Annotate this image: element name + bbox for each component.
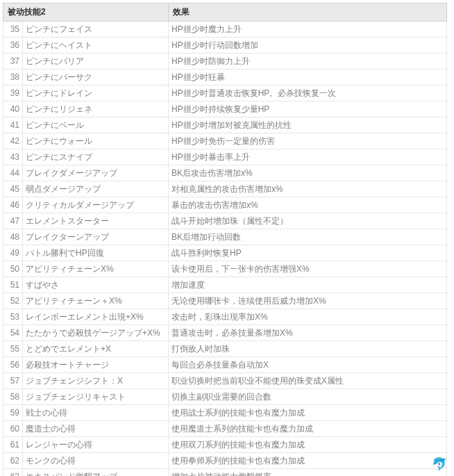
skill-effect: HP很少时持续恢复少量HP (169, 101, 447, 117)
skill-name: エレメントスターター (23, 213, 169, 229)
skill-effect: 打倒敌人时加珠 (169, 341, 447, 357)
table-row: 48ブレイクターンアップBK后增加行动回数 (3, 229, 447, 245)
skill-effect: 战斗开始时增加珠（属性不定） (169, 213, 447, 229)
skill-name: とどめでエレメント+X (23, 341, 169, 357)
row-number: 50 (3, 261, 23, 277)
table-row: 63エキスパンド覚醒アップ增加卡片被动能力觉醒概率 (3, 469, 447, 477)
row-number: 45 (3, 181, 23, 197)
table-row: 50アビリティチェーンX%该卡使用后，下一张卡的伤害增强X% (3, 261, 447, 277)
skill-name: たたかうで必殺技ゲージアップ+X% (23, 325, 169, 341)
table-header-row: 被动技能2 效果 (3, 3, 447, 22)
skill-effect: HP很少时行动回数增加 (169, 38, 447, 54)
table-row: 35ピンチにフェイスHP很少时魔力上升 (3, 22, 447, 38)
skill-effect: HP很少时魔力上升 (169, 22, 447, 38)
table-row: 58ジョブチェンジリキャスト切换主副职业需要的回合数 (3, 389, 447, 405)
skill-name: ピンチにリジェネ (23, 101, 169, 117)
row-number: 61 (3, 437, 23, 453)
table-row: 53レインボーエレメント出現+X%攻击时，彩珠出现率加X% (3, 309, 447, 325)
row-number: 48 (3, 229, 23, 245)
skill-effect: 该卡使用后，下一张卡的伤害增强X% (169, 261, 447, 277)
table-row: 42ピンチにウォールHP很少时免伤一定量的伤害 (3, 133, 447, 149)
table-row: 43ピンチにスナイプHP很少时暴击率上升 (3, 149, 447, 165)
row-number: 57 (3, 373, 23, 389)
skill-name: モンクの心得 (23, 453, 169, 469)
skill-effect: HP很少时普通攻击恢复HP。必杀技恢复一次 (169, 85, 447, 101)
skill-effect: HP很少时防御力上升 (169, 54, 447, 69)
skill-name: ジョブチェンジリキャスト (23, 389, 169, 405)
skill-name: ピンチにバリア (23, 54, 169, 69)
table-row: 59戦士の心得使用战士系列的技能卡也有魔力加成 (3, 405, 447, 421)
table-row: 39ピンチにドレインHP很少时普通攻击恢复HP。必杀技恢复一次 (3, 85, 447, 101)
skill-name: レンジャーの心得 (23, 437, 169, 453)
row-number: 54 (3, 325, 23, 341)
table-row: 37ピンチにバリアHP很少时防御力上升 (3, 54, 447, 69)
table-row: 45弱点ダメージアップ对相克属性的攻击伤害增加x% (3, 181, 447, 197)
skill-name: アビリティチェーンX% (23, 261, 169, 277)
skill-effect: 普通攻击时，必杀技量条增加X% (169, 325, 447, 341)
skill-effect: 使用双刀系列的技能卡也有魔力加成 (169, 437, 447, 453)
skill-name: レインボーエレメント出現+X% (23, 309, 169, 325)
header-skill: 被动技能2 (3, 3, 169, 22)
skill-effect: 对相克属性的攻击伤害增加x% (169, 181, 447, 197)
skill-effect: 无论使用哪张卡，连续使用后威力增加X% (169, 293, 447, 309)
row-number: 56 (3, 357, 23, 373)
table-row: 61レンジャーの心得使用双刀系列的技能卡也有魔力加成 (3, 437, 447, 453)
skill-name: 必殺技オートチャージ (23, 357, 169, 373)
row-number: 46 (3, 197, 23, 213)
skill-effect: HP很少时免伤一定量的伤害 (169, 133, 447, 149)
row-number: 62 (3, 453, 23, 469)
row-number: 37 (3, 54, 23, 69)
dolphin-icon: 🐬 (432, 457, 447, 472)
skill-name: ピンチにフェイス (23, 22, 169, 38)
row-number: 47 (3, 213, 23, 229)
skill-name: ピンチにウォール (23, 133, 169, 149)
header-effect: 效果 (169, 3, 447, 22)
table-row: 51すばやさ增加速度 (3, 277, 447, 293)
table-row: 55とどめでエレメント+X打倒敌人时加珠 (3, 341, 447, 357)
skill-name: ピンチにバーサク (23, 69, 169, 85)
skill-name: ブレイクダメージアップ (23, 165, 169, 181)
skill-effect: 增加卡片被动能力觉醒概率 (169, 469, 447, 477)
table-row: 57ジョブチェンジシフト：X职业切换时把当前职业不能使用的珠变成X属性 (3, 373, 447, 389)
skill-effect: BK后攻击伤害增加x% (169, 165, 447, 181)
row-number: 39 (3, 85, 23, 101)
table-row: 36ピンチにヘイストHP很少时行动回数增加 (3, 38, 447, 54)
skill-name: ジョブチェンジシフト：X (23, 373, 169, 389)
table-row: 62モンクの心得使用拳师系列的技能卡也有魔力加成 (3, 453, 447, 469)
skill-name: ピンチにベール (23, 117, 169, 133)
skill-effect: 每回合必杀技量条自动加X (169, 357, 447, 373)
skill-name: ピンチにドレイン (23, 85, 169, 101)
row-number: 55 (3, 341, 23, 357)
row-number: 36 (3, 38, 23, 54)
table-row: 52アビリティチェーン＋X%无论使用哪张卡，连续使用后威力增加X% (3, 293, 447, 309)
skill-name: ピンチにヘイスト (23, 38, 169, 54)
skill-name: バトル勝利でHP回復 (23, 245, 169, 261)
skill-effect: BK后增加行动回数 (169, 229, 447, 245)
row-number: 43 (3, 149, 23, 165)
table-row: 44ブレイクダメージアップBK后攻击伤害增加x% (3, 165, 447, 181)
skill-effect: 使用战士系列的技能卡也有魔力加成 (169, 405, 447, 421)
row-number: 38 (3, 69, 23, 85)
row-number: 52 (3, 293, 23, 309)
skills-table: 被动技能2 效果 35ピンチにフェイスHP很少时魔力上升36ピンチにヘイストHP… (3, 3, 447, 476)
skill-name: エキスパンド覚醒アップ (23, 469, 169, 477)
skill-name: 戦士の心得 (23, 405, 169, 421)
row-number: 53 (3, 309, 23, 325)
row-number: 49 (3, 245, 23, 261)
table-row: 46クリティカルダメージアップ暴击的攻击伤害增加x% (3, 197, 447, 213)
row-number: 63 (3, 469, 23, 477)
table-row: 47エレメントスターター战斗开始时增加珠（属性不定） (3, 213, 447, 229)
skill-effect: 使用魔道士系列的技能卡也有魔力加成 (169, 421, 447, 437)
row-number: 40 (3, 101, 23, 117)
skill-effect: 切换主副职业需要的回合数 (169, 389, 447, 405)
skill-effect: HP很少时增加对被克属性的抗性 (169, 117, 447, 133)
skill-name: ピンチにスナイプ (23, 149, 169, 165)
skill-effect: 攻击时，彩珠出现率加X% (169, 309, 447, 325)
row-number: 35 (3, 22, 23, 38)
skill-name: すばやさ (23, 277, 169, 293)
skill-effect: 使用拳师系列的技能卡也有魔力加成 (169, 453, 447, 469)
table-row: 56必殺技オートチャージ每回合必杀技量条自动加X (3, 357, 447, 373)
row-number: 41 (3, 117, 23, 133)
table-row: 41ピンチにベールHP很少时增加对被克属性的抗性 (3, 117, 447, 133)
skill-effect: 增加速度 (169, 277, 447, 293)
